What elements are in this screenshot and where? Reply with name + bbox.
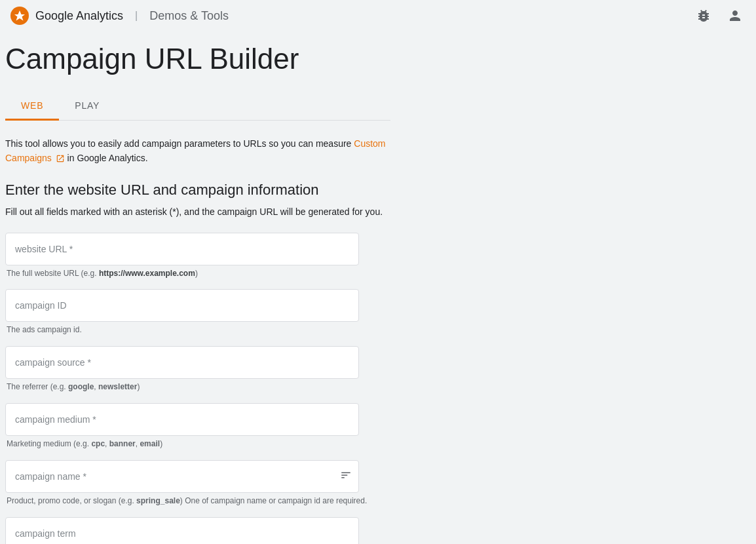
campaign-medium-group: Marketing medium (e.g. cpc, banner, emai… xyxy=(5,403,390,450)
header: Google Analytics | Demos & Tools xyxy=(0,0,756,31)
campaign-id-hint: The ads campaign id. xyxy=(5,324,390,336)
campaign-name-input[interactable] xyxy=(6,461,358,492)
campaign-id-group: The ads campaign id. xyxy=(5,289,390,336)
app-section: Demos & Tools xyxy=(149,9,229,23)
header-divider: | xyxy=(135,10,138,22)
ga-logo-icon xyxy=(10,7,29,25)
campaign-medium-input[interactable] xyxy=(6,404,358,435)
person-icon xyxy=(727,8,743,24)
website-url-hint: The full website URL (e.g. https://www.e… xyxy=(5,268,390,279)
campaign-id-field xyxy=(5,289,359,322)
campaign-source-hint: The referrer (e.g. google, newsletter) xyxy=(5,381,390,393)
campaign-source-field xyxy=(5,346,359,379)
header-left: Google Analytics | Demos & Tools xyxy=(10,7,229,25)
campaign-name-icon xyxy=(340,469,352,484)
account-button[interactable] xyxy=(725,5,746,26)
page-title: Campaign URL Builder xyxy=(5,42,390,77)
description-after: in Google Analytics. xyxy=(67,153,148,163)
form-section-title: Enter the website URL and campaign infor… xyxy=(5,182,390,199)
app-name: Google Analytics xyxy=(35,9,123,23)
campaign-name-field xyxy=(5,460,359,493)
campaign-term-field xyxy=(5,517,359,544)
campaign-id-input[interactable] xyxy=(6,290,358,321)
external-link-icon xyxy=(56,154,65,163)
campaign-source-input[interactable] xyxy=(6,347,358,378)
campaign-source-group: The referrer (e.g. google, newsletter) xyxy=(5,346,390,393)
campaign-name-hint: Product, promo code, or slogan (e.g. spr… xyxy=(5,495,390,507)
website-url-group: The full website URL (e.g. https://www.e… xyxy=(5,233,390,279)
bug-icon xyxy=(696,8,711,24)
campaign-name-group: Product, promo code, or slogan (e.g. spr… xyxy=(5,460,390,507)
header-icons xyxy=(693,5,746,26)
tabs-container: WEB PLAY xyxy=(5,92,390,121)
campaign-medium-field xyxy=(5,403,359,436)
tab-play[interactable]: PLAY xyxy=(59,92,115,121)
description-before: This tool allows you to easily add campa… xyxy=(5,138,354,149)
campaign-term-input[interactable] xyxy=(6,518,358,544)
website-url-input[interactable] xyxy=(6,233,358,265)
tab-web[interactable]: WEB xyxy=(5,92,59,121)
form-section-subtitle: Fill out all fields marked with an aster… xyxy=(5,206,390,217)
campaign-term-group: Identify the paid keywords xyxy=(5,517,390,544)
description-text: This tool allows you to easily add campa… xyxy=(5,136,390,166)
main-content: Campaign URL Builder WEB PLAY This tool … xyxy=(0,31,406,544)
bug-report-button[interactable] xyxy=(693,5,714,26)
campaign-medium-hint: Marketing medium (e.g. cpc, banner, emai… xyxy=(5,438,390,450)
website-url-field xyxy=(5,233,359,265)
